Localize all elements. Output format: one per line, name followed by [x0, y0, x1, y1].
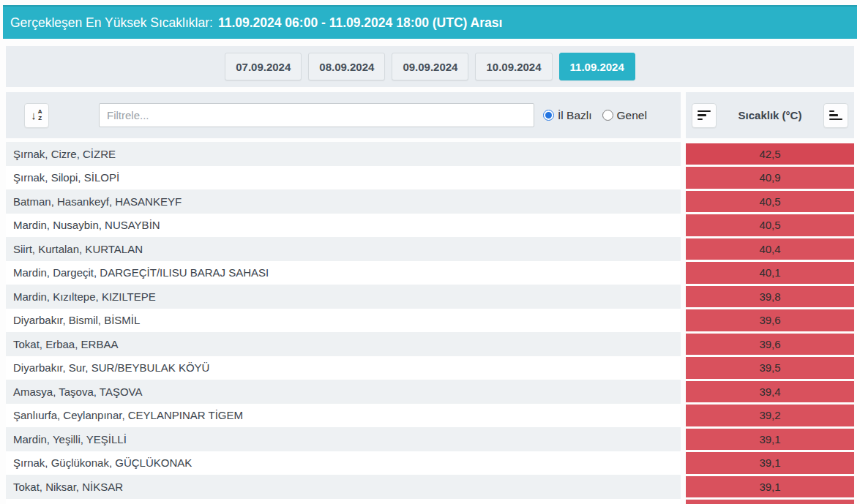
table-row: Mardin, Nusaybin, NUSAYBİN40,5 — [6, 214, 854, 238]
temperature-value: 40,1 — [686, 262, 854, 284]
temperature-value: 39,6 — [686, 309, 854, 331]
temperature-cell: 39,1 — [686, 475, 854, 499]
filter-panel: ↓ A Z İl BazlıGenel — [6, 92, 681, 138]
location-cell: Diyarbakır, Sur, SUR/BEYBULAK KÖYÜ — [6, 356, 681, 380]
date-tab[interactable]: 09.09.2024 — [392, 53, 468, 80]
page: Gerçekleşen En Yüksek Sıcaklıklar: 11.09… — [0, 0, 860, 504]
temperature-value: 39,8 — [686, 286, 854, 308]
temperature-sort-desc-button[interactable] — [692, 103, 717, 128]
filter-scope-radios: İl BazlıGenel — [543, 109, 647, 122]
table-row: Batman, Hasankeyf, HASANKEYF40,5 — [6, 189, 854, 214]
location-cell: Tokat, Erbaa, ERBAA — [6, 332, 681, 356]
temperature-cell: 40,5 — [686, 214, 854, 238]
location-cell: Şırnak, Silopi, SİLOPİ — [6, 166, 681, 190]
location-cell: Şanlıurfa, Ceylanpınar, CEYLANPINAR TİGE… — [6, 404, 681, 428]
temperature-cell: 39,6 — [686, 332, 854, 356]
table-row: Mardin, Dargeçit, DARGEÇİT/ILISU BARAJ S… — [6, 261, 854, 285]
location-cell: Batman, Hasankeyf, HASANKEYF — [6, 189, 681, 214]
location-cell: Tokat, Niksar, NİKSAR — [6, 475, 681, 499]
sort-alpha-asc-icon: ↓ A Z — [31, 109, 42, 121]
temperature-value: 39,2 — [686, 405, 854, 426]
temperature-cell: 40,5 — [686, 189, 854, 214]
temperature-value: 40,5 — [686, 191, 854, 213]
table-row: Tokat, Erbaa, ERBAA39,6 — [6, 332, 854, 356]
radio-option-1[interactable]: Genel — [602, 109, 647, 122]
temperature-value: 40,5 — [686, 214, 854, 236]
sort-alphabetical-button[interactable]: ↓ A Z — [24, 103, 49, 128]
table-row: Diyarbakır, Sur, SUR/BEYBULAK KÖYÜ39,5 — [6, 356, 854, 380]
filter-strip: ↓ A Z İl BazlıGenel Sıcaklık (°C) — [6, 92, 854, 138]
sort-amount-asc-icon — [829, 110, 842, 121]
alpha-letter-bottom: Z — [38, 116, 42, 121]
location-cell: Mardin, Nusaybin, NUSAYBİN — [6, 214, 681, 238]
temperature-table: Şırnak, Cizre, CİZRE42,5Şırnak, Silopi, … — [6, 142, 854, 499]
temperature-value: 40,4 — [686, 238, 854, 260]
page-header: Gerçekleşen En Yüksek Sıcaklıklar: 11.09… — [3, 5, 857, 39]
temperature-cell: 40,1 — [686, 261, 854, 285]
temperature-cell: 40,9 — [686, 166, 854, 190]
temperature-cell: 39,1 — [686, 451, 854, 475]
date-tab[interactable]: 08.09.2024 — [308, 53, 385, 80]
table-row: Mardin, Yeşilli, YEŞİLLİ39,1 — [6, 427, 854, 451]
location-cell: Diyarbakır, Bismil, BİSMİL — [6, 309, 681, 333]
arrow-down-glyph: ↓ — [31, 110, 37, 121]
table-row: Şırnak, Silopi, SİLOPİ40,9 — [6, 166, 854, 190]
temperature-value: 39,1 — [686, 452, 854, 474]
temperature-value: 39,1 — [686, 429, 854, 451]
table-row: Diyarbakır, Bismil, BİSMİL39,6 — [6, 309, 854, 333]
temperature-cell: 39,4 — [686, 380, 854, 404]
temperature-cell: 39,1 — [686, 427, 854, 451]
date-tabs: 07.09.202408.09.202409.09.202410.09.2024… — [6, 46, 854, 87]
temperature-cell: 42,5 — [686, 142, 854, 166]
temperature-value: 39,4 — [686, 381, 854, 403]
table-row: Amasya, Taşova, TAŞOVA39,4 — [6, 380, 854, 404]
radio-label: Genel — [617, 109, 647, 122]
location-cell: Mardin, Dargeçit, DARGEÇİT/ILISU BARAJ S… — [6, 261, 681, 285]
table-row: Şırnak, Güçlükonak, GÜÇLÜKONAK39,1 — [6, 451, 854, 475]
table-row: Tokat, Niksar, NİKSAR39,1 — [6, 475, 854, 499]
location-cell: Şırnak, Güçlükonak, GÜÇLÜKONAK — [6, 451, 681, 475]
temperature-value — [686, 500, 854, 504]
date-tab[interactable]: 11.09.2024 — [559, 53, 635, 80]
location-cell: Şırnak, Cizre, CİZRE — [6, 142, 681, 166]
page-title: Gerçekleşen En Yüksek Sıcaklıklar: — [10, 15, 213, 31]
temperature-cell: 39,2 — [686, 404, 854, 428]
table-row: Mardin, Kızıltepe, KIZILTEPE39,8 — [6, 285, 854, 309]
radio-input-0[interactable] — [543, 110, 554, 121]
radio-label: İl Bazlı — [558, 109, 592, 122]
alpha-letters: A Z — [38, 109, 42, 121]
temperature-cell: 39,5 — [686, 356, 854, 380]
header-date-range: 11.09.2024 06:00 - 11.09.2024 18:00 (UTC… — [218, 15, 503, 31]
temperature-cell: 39,6 — [686, 309, 854, 333]
temperature-value: 39,6 — [686, 334, 854, 356]
location-cell: Amasya, Taşova, TAŞOVA — [6, 380, 681, 404]
sort-amount-desc-icon — [698, 110, 711, 121]
temperature-value: 40,9 — [686, 167, 854, 189]
date-tab[interactable]: 10.09.2024 — [475, 53, 552, 80]
location-cell: Siirt, Kurtalan, KURTALAN — [6, 237, 681, 261]
temperature-column-header-panel: Sıcaklık (°C) — [686, 92, 854, 138]
temperature-value: 39,5 — [686, 357, 854, 379]
location-cell — [6, 499, 681, 504]
temperature-column-header: Sıcaklık (°C) — [739, 109, 802, 121]
location-cell: Mardin, Kızıltepe, KIZILTEPE — [6, 285, 681, 309]
date-tab[interactable]: 07.09.2024 — [225, 53, 302, 80]
partial-row-wrapper — [6, 499, 854, 504]
temperature-cell: 39,8 — [686, 285, 854, 309]
table-row: Şanlıurfa, Ceylanpınar, CEYLANPINAR TİGE… — [6, 404, 854, 428]
temperature-cell: 40,4 — [686, 237, 854, 261]
radio-input-1[interactable] — [602, 110, 613, 121]
temperature-sort-asc-button[interactable] — [823, 103, 848, 128]
table-row: Şırnak, Cizre, CİZRE42,5 — [6, 142, 854, 166]
location-cell: Mardin, Yeşilli, YEŞİLLİ — [6, 427, 681, 451]
table-row: Siirt, Kurtalan, KURTALAN40,4 — [6, 237, 854, 261]
temperature-value: 39,1 — [686, 476, 854, 498]
temperature-value: 42,5 — [686, 143, 854, 165]
filter-input[interactable] — [99, 103, 534, 127]
temperature-cell — [686, 499, 854, 504]
radio-option-0[interactable]: İl Bazlı — [543, 109, 592, 122]
table-row-partial — [6, 499, 854, 504]
